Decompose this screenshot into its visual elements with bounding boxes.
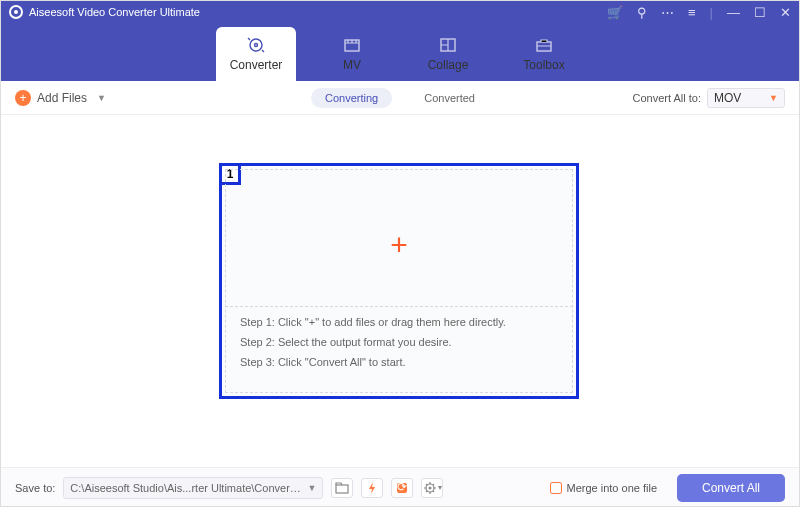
checkbox-icon [550, 482, 562, 494]
close-icon[interactable]: ✕ [780, 5, 791, 20]
title-bar: Aiseesoft Video Converter Ultimate 🛒 ⚲ ⋯… [1, 1, 799, 23]
format-value: MOV [714, 91, 741, 105]
toolbar: + Add Files ▼ Converting Converted Conve… [1, 81, 799, 115]
cart-icon[interactable]: 🛒 [607, 5, 623, 20]
divider [225, 306, 573, 307]
tab-mv[interactable]: MV [312, 27, 392, 81]
convert-all-to-label: Convert All to: [633, 92, 701, 104]
divider: | [710, 5, 713, 20]
tab-label: Toolbox [523, 58, 564, 72]
format-select[interactable]: MOV ▼ [707, 88, 785, 108]
save-path-select[interactable]: C:\Aiseesoft Studio\Ais...rter Ultimate\… [63, 477, 323, 499]
convert-all-button[interactable]: Convert All [677, 474, 785, 502]
maximize-icon[interactable]: ☐ [754, 5, 766, 20]
svg-point-9 [428, 486, 431, 489]
collage-icon [438, 36, 458, 54]
drop-zone[interactable]: 1 + Step 1: Click "+" to add files or dr… [219, 163, 579, 399]
chevron-down-icon: ▼ [97, 93, 106, 103]
tab-label: Collage [428, 58, 469, 72]
svg-text:⟳: ⟳ [397, 481, 407, 494]
save-to-label: Save to: [15, 482, 55, 494]
steps-text: Step 1: Click "+" to add files or drag t… [240, 316, 506, 368]
app-title: Aiseesoft Video Converter Ultimate [29, 6, 607, 18]
app-logo-icon [9, 5, 23, 19]
svg-rect-5 [336, 485, 348, 493]
tab-converter[interactable]: Converter [216, 27, 296, 81]
tab-label: MV [343, 58, 361, 72]
tab-label: Converter [230, 58, 283, 72]
step1: Step 1: Click "+" to add files or drag t… [240, 316, 506, 328]
tab-toolbox[interactable]: Toolbox [504, 27, 584, 81]
minimize-icon[interactable]: — [727, 5, 740, 20]
subtab-converting[interactable]: Converting [311, 88, 392, 108]
merge-checkbox[interactable]: Merge into one file [550, 482, 658, 494]
subtab-converted[interactable]: Converted [410, 88, 489, 108]
step3: Step 3: Click "Convert All" to start. [240, 356, 506, 368]
toolbox-icon [534, 36, 554, 54]
add-files-button[interactable]: + Add Files ▼ [15, 90, 106, 106]
merge-label: Merge into one file [567, 482, 658, 494]
converter-icon [246, 36, 266, 54]
mv-icon [342, 36, 362, 54]
svg-point-0 [250, 39, 262, 51]
chevron-down-icon: ▼ [307, 483, 316, 493]
key-icon[interactable]: ⚲ [637, 5, 647, 20]
menu-icon[interactable]: ≡ [688, 5, 696, 20]
high-speed-button[interactable]: ⟳ [391, 478, 413, 498]
plus-icon: + [15, 90, 31, 106]
add-plus-icon[interactable]: + [390, 228, 408, 262]
main-canvas: 1 + Step 1: Click "+" to add files or dr… [1, 115, 799, 467]
footer-bar: Save to: C:\Aiseesoft Studio\Ais...rter … [1, 467, 799, 507]
settings-button[interactable]: ▾ [421, 478, 443, 498]
tab-collage[interactable]: Collage [408, 27, 488, 81]
add-files-label: Add Files [37, 91, 87, 105]
chevron-down-icon: ▼ [769, 93, 778, 103]
gpu-accel-button[interactable] [361, 478, 383, 498]
save-path-value: C:\Aiseesoft Studio\Ais...rter Ultimate\… [70, 482, 303, 494]
main-tabs: Converter MV Collage Toolbox [1, 23, 799, 81]
svg-point-1 [255, 44, 258, 47]
open-folder-button[interactable] [331, 478, 353, 498]
step2: Step 2: Select the output format you des… [240, 336, 506, 348]
feedback-icon[interactable]: ⋯ [661, 5, 674, 20]
